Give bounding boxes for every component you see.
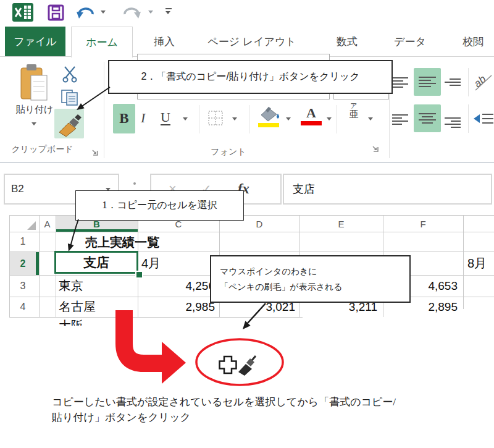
font-group-label: フォント <box>185 146 272 158</box>
copy-icon <box>61 89 80 106</box>
row-header-2[interactable]: 2 <box>9 252 36 275</box>
callout-step1: 1．コピー元のセルを選択 <box>75 190 244 221</box>
paintbrush-cursor-icon <box>238 356 256 376</box>
format-painter-button[interactable] <box>54 109 84 138</box>
align-center-icon <box>419 113 436 124</box>
paint-bucket-icon <box>258 106 283 122</box>
undo-dropdown-arrow[interactable] <box>101 11 106 14</box>
cut-button[interactable] <box>62 65 78 83</box>
clipboard-dialog-launcher-icon[interactable] <box>91 148 99 156</box>
column-header-e[interactable]: E <box>299 216 383 232</box>
borders-button[interactable] <box>207 110 224 126</box>
font-color-dropdown-arrow[interactable] <box>327 117 332 120</box>
paste-dropdown-arrow[interactable] <box>31 122 36 125</box>
paste-button[interactable] <box>17 63 51 103</box>
caption-line-1: コピーしたい書式が設定されているセルを選択してから「書式のコピー/ <box>52 394 472 410</box>
cell-c4[interactable]: 2,985 <box>138 297 215 317</box>
red-curved-arrow <box>124 310 162 363</box>
decrease-indent-icon <box>473 111 494 126</box>
align-left-button[interactable] <box>392 108 408 130</box>
underline-dropdown-arrow[interactable] <box>183 117 188 120</box>
align-middle-icon <box>419 77 436 87</box>
caption: コピーしたい書式が設定されているセルを選択してから「書式のコピー/ 貼り付け」ボ… <box>52 394 472 425</box>
name-box-divider <box>133 182 136 185</box>
formula-value: 支店 <box>293 182 315 197</box>
align-middle-button[interactable] <box>414 68 441 96</box>
cell-cursor-icon <box>220 357 237 373</box>
cell-g2[interactable]: 8月 <box>467 252 487 275</box>
cell-c3[interactable]: 4,256 <box>138 275 215 297</box>
cell-b4[interactable]: 名古屋 <box>59 297 96 317</box>
red-ellipse <box>196 339 283 385</box>
row-header-4[interactable]: 4 <box>9 297 36 317</box>
align-right-button[interactable] <box>445 111 461 133</box>
column-header-a[interactable]: A <box>39 216 56 232</box>
excel-logo-icon <box>12 3 33 22</box>
font-color-button[interactable]: A <box>301 105 322 125</box>
fill-color-bar <box>258 123 279 127</box>
row-header-1[interactable]: 1 <box>9 232 36 251</box>
scissors-icon <box>62 65 78 83</box>
callout-step2: 2．「書式のコピー/貼り付け」ボタンをクリック <box>108 60 393 94</box>
cell-b3[interactable]: 東京 <box>59 275 83 297</box>
borders-icon <box>207 110 224 126</box>
cell-b5-clipped[interactable]: 大阪 <box>59 318 102 326</box>
clipboard-group-label: クリップボード <box>0 144 87 155</box>
cell-b2-selected[interactable]: 支店 <box>54 251 138 274</box>
caption-line-2: 貼り付け」ボタンをクリック <box>52 410 472 425</box>
undo-button[interactable] <box>75 4 95 20</box>
paste-icon <box>17 63 51 103</box>
italic-button[interactable]: I <box>141 110 145 126</box>
phonetic-dropdown-arrow[interactable] <box>368 117 373 120</box>
decrease-indent-button[interactable] <box>473 111 494 126</box>
cell-b1[interactable]: 売上実績一覧 <box>85 233 159 251</box>
underline-button[interactable]: U <box>161 110 170 125</box>
font-dialog-launcher-icon[interactable] <box>371 145 379 153</box>
tab-home[interactable]: ホーム <box>71 27 133 57</box>
select-all-corner[interactable] <box>27 221 36 230</box>
redo-button[interactable] <box>122 4 142 20</box>
align-top-button[interactable] <box>392 71 408 93</box>
excel-window: ファイル ホーム 挿入 ページ レイアウト 数式 データ 校閲 貼り付け <box>0 0 494 448</box>
align-bottom-button[interactable] <box>445 73 461 91</box>
orientation-button[interactable]: ab <box>473 69 494 94</box>
cell-c2[interactable]: 4月 <box>141 252 161 275</box>
tab-insert[interactable]: 挿入 <box>141 27 188 56</box>
save-button[interactable] <box>48 4 64 21</box>
redo-dropdown-arrow[interactable] <box>148 11 153 14</box>
borders-dropdown-arrow[interactable] <box>232 117 237 120</box>
font-color-bar <box>301 121 322 125</box>
align-center-button[interactable] <box>414 104 441 132</box>
format-painter-brush-icon <box>54 109 84 138</box>
tab-review[interactable]: 校閲 <box>450 27 494 56</box>
fill-handle[interactable] <box>135 271 143 279</box>
formula-bar-input[interactable]: 支店 <box>283 174 492 205</box>
row-header-3[interactable]: 3 <box>9 275 36 297</box>
column-header-f[interactable]: F <box>383 216 463 232</box>
tab-data[interactable]: データ <box>387 27 433 56</box>
customize-qat-icon[interactable] <box>165 8 172 14</box>
fill-color-button[interactable] <box>258 106 283 127</box>
bold-button[interactable]: B <box>113 104 135 133</box>
tab-file[interactable]: ファイル <box>5 27 65 56</box>
tab-formulas[interactable]: 数式 <box>324 27 371 56</box>
name-box-value: B2 <box>11 183 24 195</box>
callout-pointer: マウスポインタのわきに 「ペンキの刷毛」が表示される <box>210 255 411 303</box>
tab-page-layout[interactable]: ページ レイアウト <box>199 27 305 56</box>
fill-color-dropdown-arrow[interactable] <box>286 117 291 120</box>
copy-button[interactable] <box>61 89 80 106</box>
phonetic-guide-button[interactable]: ア 亜 <box>347 103 361 119</box>
